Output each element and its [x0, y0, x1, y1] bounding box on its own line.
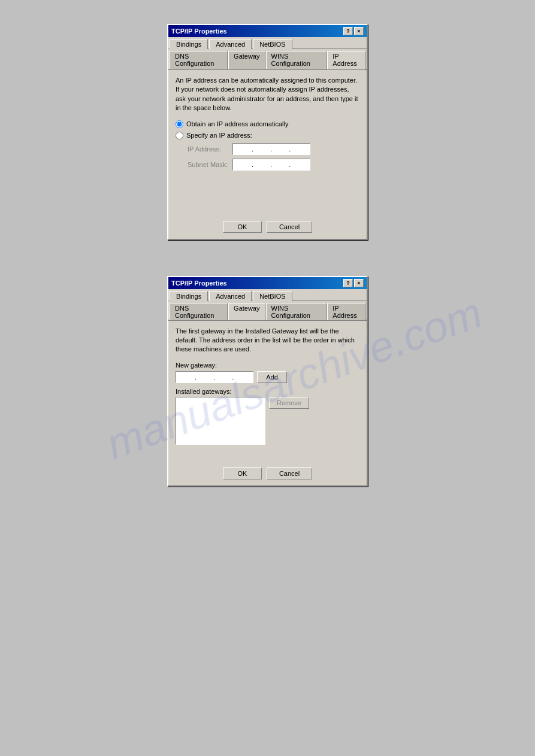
new-gateway-input[interactable]: . . . — [176, 371, 253, 383]
tab-wins-1[interactable]: WINS Configuration — [266, 51, 327, 69]
tab-gateway-2[interactable]: Gateway — [228, 303, 265, 320]
radio-specify[interactable] — [176, 132, 183, 139]
tab-netbios-1[interactable]: NetBIOS — [253, 39, 292, 49]
title-bar-1: TCP/IP Properties ? × — [168, 25, 367, 37]
cancel-button-1[interactable]: Cancel — [267, 221, 312, 233]
ip-address-label: IP Address: — [188, 145, 232, 153]
installed-gateways-label: Installed gateways: — [176, 388, 359, 395]
tab-gateway-1[interactable]: Gateway — [228, 51, 265, 69]
empty-area-1 — [176, 174, 359, 210]
gateway-listbox[interactable] — [176, 397, 265, 445]
ip-address-input[interactable]: . . . — [232, 143, 310, 155]
radio-specify-option[interactable]: Specify an IP address: — [176, 132, 359, 139]
radio-auto-label: Obtain an IP address automatically — [186, 120, 288, 127]
close-button-1[interactable]: × — [354, 27, 364, 35]
tab-advanced-2[interactable]: Advanced — [209, 291, 252, 301]
close-button-2[interactable]: × — [354, 279, 364, 287]
dialog1: TCP/IP Properties ? × Bindings Advanced … — [167, 24, 368, 240]
add-button-2[interactable]: Add — [257, 371, 287, 383]
tab-ipaddress-2[interactable]: IP Address — [327, 303, 365, 320]
dialog1-content: An IP address can be automatically assig… — [168, 70, 367, 216]
tab-wins-2[interactable]: WINS Configuration — [266, 303, 327, 320]
subnet-mask-input[interactable]: . . . — [232, 159, 310, 171]
dialog2-content: The first gateway in the Installed Gatew… — [168, 321, 367, 463]
tabs-row2-dialog1: DNS Configuration Gateway WINS Configura… — [168, 49, 367, 70]
installed-gateways-section: Installed gateways: Remove — [176, 388, 359, 445]
dialog2: TCP/IP Properties ? × Bindings Advanced … — [167, 276, 368, 487]
dialog2-title: TCP/IP Properties — [171, 280, 227, 287]
info-text-1: An IP address can be automatically assig… — [176, 76, 359, 113]
tabs-row1-dialog2: Bindings Advanced NetBIOS — [168, 289, 367, 301]
tabs-row2-dialog2: DNS Configuration Gateway WINS Configura… — [168, 301, 367, 321]
spacer-2 — [176, 445, 359, 457]
title-bar-controls-2: ? × — [343, 279, 364, 287]
new-gateway-section: New gateway: . . . Add — [176, 362, 359, 383]
cancel-button-2[interactable]: Cancel — [267, 467, 312, 479]
gw-seg-3[interactable] — [215, 374, 232, 381]
gateways-list-area: Remove — [176, 397, 359, 445]
tab-advanced-1[interactable]: Advanced — [209, 39, 252, 49]
subnet-seg-3[interactable] — [272, 161, 289, 168]
tab-ipaddress-1[interactable]: IP Address — [327, 51, 365, 69]
ip-seg-1[interactable] — [235, 145, 252, 153]
subnet-seg-4[interactable] — [291, 161, 307, 168]
dialog1-footer: OK Cancel — [168, 216, 367, 239]
title-bar-2: TCP/IP Properties ? × — [168, 277, 367, 289]
subnet-seg-2[interactable] — [253, 161, 270, 168]
new-gateway-label: New gateway: — [176, 362, 359, 369]
gw-seg-1[interactable] — [178, 374, 195, 381]
radio-specify-label: Specify an IP address: — [186, 132, 252, 139]
info-text-2: The first gateway in the Installed Gatew… — [176, 327, 359, 354]
title-bar-controls-1: ? × — [343, 27, 364, 35]
remove-button-2: Remove — [269, 397, 309, 409]
tab-dns-2[interactable]: DNS Configuration — [170, 303, 228, 320]
subnet-seg-1[interactable] — [235, 161, 252, 168]
ok-button-2[interactable]: OK — [223, 467, 262, 479]
add-btn-row: . . . Add — [176, 371, 359, 383]
gw-seg-4[interactable] — [234, 374, 250, 381]
ip-seg-2[interactable] — [253, 145, 270, 153]
radio-auto-option[interactable]: Obtain an IP address automatically — [176, 120, 359, 128]
dialog1-title: TCP/IP Properties — [171, 28, 227, 35]
tab-bindings-2[interactable]: Bindings — [170, 291, 208, 301]
help-button-2[interactable]: ? — [343, 279, 353, 287]
gw-seg-2[interactable] — [197, 374, 213, 381]
tab-dns-1[interactable]: DNS Configuration — [170, 51, 228, 69]
remove-btn-wrapper: Remove — [269, 397, 309, 409]
ok-button-1[interactable]: OK — [223, 221, 262, 233]
help-button-1[interactable]: ? — [343, 27, 353, 35]
subnet-mask-label: Subnet Mask: — [188, 161, 232, 168]
ip-address-row: IP Address: . . . — [188, 143, 359, 155]
dialog2-footer: OK Cancel — [168, 463, 367, 485]
tab-bindings-1[interactable]: Bindings — [170, 39, 208, 49]
tabs-row1-dialog1: Bindings Advanced NetBIOS — [168, 37, 367, 49]
ip-seg-3[interactable] — [272, 145, 289, 153]
tab-netbios-2[interactable]: NetBIOS — [253, 291, 292, 301]
radio-auto[interactable] — [176, 120, 183, 128]
subnet-mask-row: Subnet Mask: . . . — [188, 159, 359, 171]
ip-seg-4[interactable] — [291, 145, 307, 153]
